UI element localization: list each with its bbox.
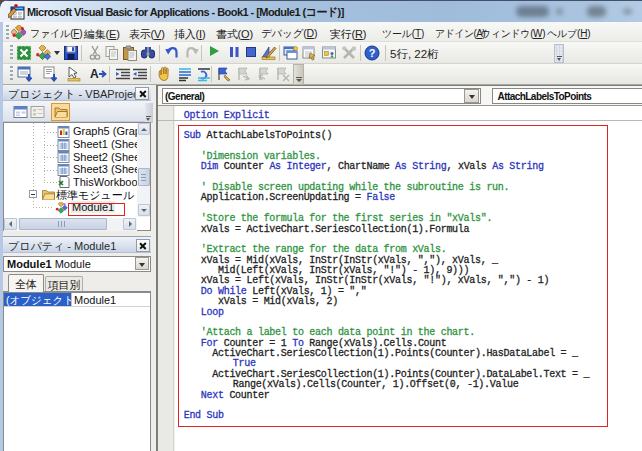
svg-text:A: A	[90, 67, 99, 81]
svg-text:?: ?	[369, 47, 376, 59]
